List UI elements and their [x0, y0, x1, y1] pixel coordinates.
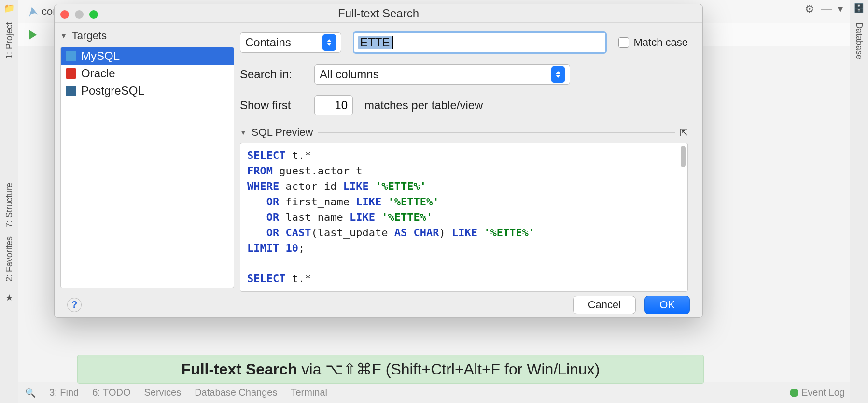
right-gutter: 🗄️ Database	[850, 0, 868, 403]
status-dot-icon	[790, 389, 798, 397]
sql-preview[interactable]: SELECT t.* FROM guest.actor t WHERE acto…	[240, 143, 688, 292]
search-form: Contains ETTE Match case Search in: All …	[238, 23, 702, 292]
fulltext-search-dialog: Full-text Search ▼ Targets MySQL Oracle	[54, 4, 703, 318]
tool-todo[interactable]: 6: TODO	[92, 387, 130, 398]
checkbox-icon[interactable]	[618, 37, 629, 48]
search-value: ETTE	[358, 36, 392, 49]
sql-preview-label: SQL Preview	[252, 126, 313, 139]
dialog-title: Full-text Search	[338, 7, 419, 20]
mysql-icon	[27, 6, 39, 17]
oracle-db-icon	[66, 68, 76, 79]
help-button[interactable]: ?	[67, 298, 82, 312]
tool-event-log[interactable]: Event Log	[790, 387, 845, 398]
close-icon[interactable]	[60, 10, 69, 19]
target-label: PostgreSQL	[81, 84, 144, 98]
match-case-label: Match case	[634, 36, 688, 49]
filter-icon[interactable]: ▾	[838, 3, 843, 15]
match-mode-value: Contains	[245, 36, 291, 49]
match-case-option[interactable]: Match case	[618, 36, 688, 49]
tool-db-changes[interactable]: Database Changes	[195, 387, 277, 398]
targets-list[interactable]: MySQL Oracle PostgreSQL	[60, 47, 234, 288]
chevrons-icon	[551, 66, 565, 83]
tool-structure[interactable]: 7: Structure	[4, 183, 14, 228]
status-bar: 🔍 3: Find 6: TODO Services Database Chan…	[18, 382, 850, 403]
postgresql-db-icon	[66, 86, 76, 96]
tool-database[interactable]: Database	[854, 22, 864, 59]
zoom-window-icon[interactable]	[89, 10, 98, 19]
tool-terminal[interactable]: Terminal	[291, 387, 327, 398]
minimize-window-icon[interactable]	[75, 10, 84, 19]
minimize-icon[interactable]: —	[821, 3, 832, 15]
chevron-down-icon[interactable]: ▼	[60, 32, 67, 40]
popout-icon[interactable]: ⇱	[680, 127, 688, 138]
target-label: MySQL	[81, 49, 120, 63]
chevron-down-icon[interactable]: ▼	[240, 129, 247, 136]
dialog-titlebar: Full-text Search	[55, 4, 702, 23]
targets-label: Targets	[72, 29, 107, 42]
text-caret-icon	[392, 36, 393, 49]
show-first-input[interactable]	[314, 95, 353, 115]
target-oracle[interactable]: Oracle	[61, 65, 234, 82]
hint-banner: Full-text Search via ⌥⇧⌘F (Shift+Ctrl+Al…	[77, 355, 704, 384]
settings-icon[interactable]: ⚙	[805, 3, 814, 15]
tool-project[interactable]: 1: Project	[4, 22, 14, 59]
match-mode-select[interactable]: Contains	[240, 32, 341, 53]
search-in-label: Search in:	[240, 68, 303, 81]
chevrons-icon	[322, 34, 336, 51]
show-first-suffix: matches per table/view	[364, 99, 483, 112]
target-postgresql[interactable]: PostgreSQL	[61, 82, 234, 100]
cancel-button[interactable]: Cancel	[573, 296, 636, 314]
target-label: Oracle	[81, 67, 115, 80]
show-first-label: Show first	[240, 99, 303, 112]
search-in-select[interactable]: All columns	[314, 64, 570, 85]
target-mysql[interactable]: MySQL	[61, 47, 234, 65]
dialog-footer: ? Cancel OK	[55, 292, 702, 317]
tool-favorites[interactable]: 2: Favorites	[4, 236, 14, 282]
ok-button[interactable]: OK	[644, 296, 690, 314]
mysql-db-icon	[66, 51, 76, 61]
scrollbar-thumb[interactable]	[681, 146, 686, 167]
search-icon: 🔍	[25, 388, 36, 398]
search-in-value: All columns	[320, 68, 379, 81]
window-controls	[60, 10, 98, 19]
targets-panel: ▼ Targets MySQL Oracle PostgreSQL	[55, 23, 238, 292]
left-gutter: 📁 1: Project 7: Structure 2: Favorites ★	[0, 0, 18, 403]
tool-services[interactable]: Services	[144, 387, 181, 398]
search-input[interactable]: ETTE	[353, 31, 607, 54]
tool-find[interactable]: 3: Find	[49, 387, 79, 398]
run-icon[interactable]	[29, 30, 37, 40]
